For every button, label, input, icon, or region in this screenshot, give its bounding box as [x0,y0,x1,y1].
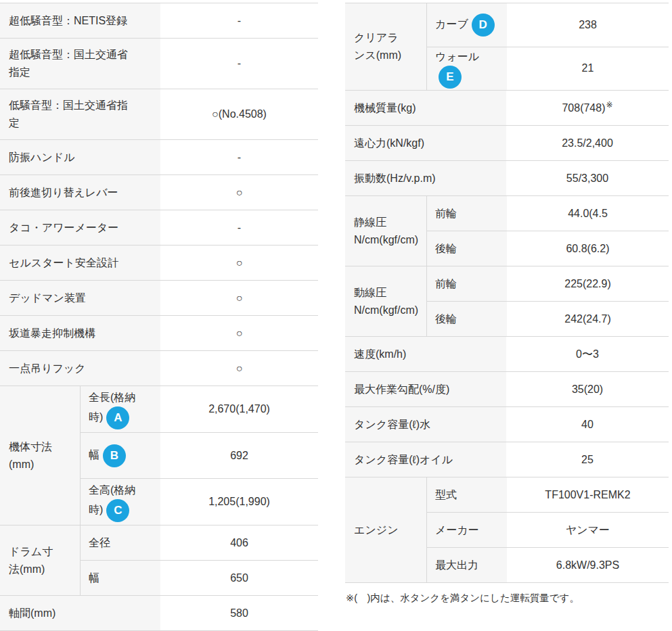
spec-group-row: クリアランス(mm)カーブD238ウォールE21 [345,3,669,91]
spec-value: 692 [160,433,318,479]
spec-value-text: 23.5/2,400 [562,135,613,151]
spec-value: 242(24.7) [507,302,669,336]
spec-label-text: 後輪 [435,243,457,254]
spec-label-text: 低騒音型：国土交通省指定 [9,97,137,132]
spec-label-text: メーカー [435,524,479,536]
spec-value-text: - [238,220,241,236]
spec-value: ○ [160,246,318,280]
spec-sublabel-text: ウォールE [435,48,496,89]
spec-value-text: 0〜3 [576,346,599,363]
spec-label-text: タンク容量(ℓ)水 [354,416,430,434]
spec-group-row: 静線圧N/cm(kgf/cm)前輪44.0(4.5後輪60.8(6.2) [345,196,669,266]
spec-label-text: 遠心力(kN/kgf) [354,135,424,152]
spec-value: 0〜3 [506,337,669,371]
spec-group-label: ドラム寸法(mm) [0,525,80,595]
spec-sublabel: ウォールE [427,47,507,91]
spec-label-text: ウォール [435,51,479,62]
spec-subrows: カーブD238ウォールE21 [426,3,669,90]
spec-label-text: カーブ [435,18,468,30]
spec-value-text: 2,670(1,470) [208,401,270,417]
spec-value: ○(No.4508) [160,89,318,139]
spec-value-text: 242(24.7) [564,311,611,327]
spec-label-text: セルスタート安全設計 [9,254,118,272]
spec-value-text: 1,205(1,990) [208,494,270,510]
spec-value: 55/3,300 [506,161,669,195]
spec-value: 44.0(4.5 [507,196,669,231]
spec-sublabel: 全径 [81,525,160,560]
spec-label: 速度(km/h) [345,337,506,371]
spec-subrow: 幅650 [81,560,318,595]
spec-group-row: エンジン型式TF100V1-REMK2メーカーヤンマー最大出力6.8kW/9.3… [345,477,669,583]
spec-row: 防振ハンドル- [0,140,318,175]
spec-sublabel: カーブD [427,3,507,47]
marker-badge-b: B [103,444,126,467]
spec-sublabel: 後輪 [427,231,507,266]
spec-row: 速度(km/h)0〜3 [345,337,669,372]
spec-label: デッドマン装置 [0,281,160,315]
spec-subrows: 型式TF100V1-REMK2メーカーヤンマー最大出力6.8kW/9.3PS [426,477,669,582]
spec-value-text: 40 [581,417,593,433]
spec-value-text: 225(22.9) [564,276,611,292]
spec-label: 軸間(mm) [0,596,160,630]
spec-value: ○ [160,351,318,385]
spec-label: 最大作業勾配(%/度) [345,372,506,406]
spec-sublabel: 全高(格納時)C [81,479,160,525]
spec-subrow: 後輪242(24.7) [427,301,669,336]
spec-value: 650 [160,561,318,595]
marker-badge-a: A [106,406,129,429]
spec-value-text: ○ [236,255,243,271]
spec-value-text: 708(748) [562,100,605,116]
spec-value-text: - [238,55,241,72]
spec-sublabel: 前輪 [427,266,507,301]
spec-group-label: クリアランス(mm) [345,3,426,90]
marker-badge-d: D [472,14,495,37]
spec-value-text: - [238,149,241,166]
spec-value-text: ヤンマー [566,522,610,538]
spec-value: 23.5/2,400 [506,126,669,160]
spec-sublabel-text: メーカー [435,521,479,539]
spec-row: タンク容量(ℓ)オイル25 [345,442,669,477]
spec-subrows: 全長(格納時)A2,670(1,470)幅B692全高(格納時)C1,205(1… [80,386,318,525]
spec-sublabel: 前輪 [427,196,507,231]
spec-value: ○ [160,175,318,210]
spec-value: ヤンマー [507,513,669,547]
spec-row: セルスタート安全設計○ [0,246,318,281]
spec-value-text: ○(No.4508) [212,106,267,122]
spec-subrow: 全高(格納時)C1,205(1,990) [81,478,318,525]
spec-sublabel-text: 後輪 [435,240,457,258]
spec-label-text: 前輪 [435,278,457,289]
spec-label-text: 軸間(mm) [9,605,55,622]
spec-sublabel-text: 最大出力 [435,557,478,574]
spec-label-text: 後輪 [435,313,457,325]
spec-value: TF100V1-REMK2 [507,477,669,512]
spec-row: 遠心力(kN/kgf)23.5/2,400 [345,126,669,161]
spec-value: 35(20) [506,372,669,406]
spec-sublabel: 全長(格納時)A [81,386,160,432]
footnote: ※( )内は、水タンクを満タンにした運転質量です。 [346,590,669,605]
spec-group-row: 機体寸法(mm)全長(格納時)A2,670(1,470)幅B692全高(格納時)… [0,386,318,525]
spec-value: - [160,210,318,245]
spec-value: 60.8(6.2) [507,231,669,266]
spec-sublabel: 幅 [81,561,160,595]
spec-subrow: 全径406 [81,525,318,560]
spec-row: 一点吊りフック○ [0,351,318,386]
spec-value-text: 21 [582,60,594,76]
spec-value-text: 35(20) [572,381,603,398]
spec-sublabel-text: 幅B [89,444,126,467]
spec-value-text: 580 [230,605,248,622]
spec-label-text: 前輪 [435,208,457,219]
spec-value-text: - [238,13,241,29]
spec-column-right: クリアランス(mm)カーブD238ウォールE21機械質量(kg)708(748)… [345,3,669,605]
spec-sublabel: 後輪 [427,302,507,336]
spec-value: 40 [506,407,669,442]
spec-row: 坂道暴走抑制機構○ [0,316,318,351]
spec-sublabel-text: 全長(格納時)A [89,389,150,429]
spec-group-label: 機体寸法(mm) [0,386,80,525]
spec-label-text: 最大出力 [435,559,478,571]
spec-label-text: 振動数(Hz/v.p.m) [354,170,436,187]
spec-subrows: 全径406幅650 [80,525,318,595]
spec-label-text: 速度(km/h) [354,346,406,363]
spec-sublabel-text: カーブD [435,14,495,37]
spec-row: タンク容量(ℓ)水40 [345,407,669,442]
spec-label: タンク容量(ℓ)水 [345,407,506,442]
